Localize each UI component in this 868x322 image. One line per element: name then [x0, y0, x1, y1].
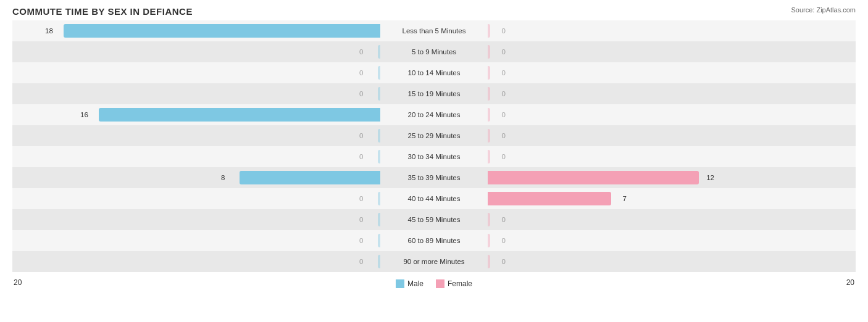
male-bar: 16	[99, 108, 380, 122]
female-bar: 12	[488, 171, 699, 184]
left-section: 0	[12, 83, 383, 104]
row-label: 25 to 29 Minutes	[383, 132, 485, 139]
male-bar: 0	[378, 255, 380, 268]
legend-male: Male	[396, 279, 424, 288]
left-section: 0	[12, 62, 383, 83]
male-value: 0	[359, 153, 363, 160]
female-value: 0	[502, 153, 506, 160]
female-bar: 7	[488, 192, 611, 205]
female-bar: 0	[488, 87, 490, 101]
male-value: 0	[359, 90, 363, 97]
right-section: 0	[485, 230, 856, 251]
legend-female: Female	[436, 279, 472, 288]
chart-row: 0 10 to 14 Minutes 0	[12, 62, 856, 83]
left-section: 0	[12, 41, 383, 62]
male-value: 0	[359, 237, 363, 244]
female-bar: 0	[488, 213, 490, 226]
female-bar: 0	[488, 129, 490, 142]
chart-row: 18 Less than 5 Minutes 0	[12, 20, 856, 41]
male-bar: 0	[378, 45, 380, 59]
axis-center: Male Female	[384, 277, 483, 288]
row-label: 20 to 24 Minutes	[383, 111, 485, 118]
right-section: 0	[485, 146, 856, 167]
male-bar: 0	[378, 234, 380, 247]
right-section: 0	[485, 251, 856, 272]
male-value: 0	[359, 48, 363, 56]
female-bar: 0	[488, 255, 490, 268]
left-section: 0	[12, 209, 383, 230]
male-value: 0	[359, 195, 363, 202]
right-section: 0	[485, 41, 856, 62]
female-bar: 0	[488, 234, 490, 247]
male-bar: 0	[378, 213, 380, 226]
row-label: 5 to 9 Minutes	[383, 48, 485, 56]
male-label: Male	[407, 279, 424, 288]
male-bar: 0	[378, 192, 380, 205]
female-value: 0	[502, 111, 506, 118]
male-bar: 0	[378, 87, 380, 101]
female-value: 0	[502, 90, 506, 97]
male-value: 0	[359, 258, 363, 265]
female-bar: 0	[488, 66, 490, 80]
female-value: 12	[706, 174, 714, 181]
female-value: 0	[502, 216, 506, 223]
male-value: 0	[359, 216, 363, 223]
axis-right: 20	[484, 278, 856, 287]
row-label: 60 to 89 Minutes	[383, 237, 485, 244]
left-section: 0	[12, 188, 383, 209]
right-section: 0	[485, 209, 856, 230]
row-label: 40 to 44 Minutes	[383, 195, 485, 202]
male-value: 0	[359, 69, 363, 76]
row-label: 35 to 39 Minutes	[383, 174, 485, 181]
female-value: 0	[502, 258, 506, 265]
chart-row: 8 35 to 39 Minutes 12	[12, 167, 856, 188]
right-section: 0	[485, 104, 856, 125]
right-section: 12	[485, 167, 856, 188]
male-bar: 0	[378, 66, 380, 80]
chart-row: 0 5 to 9 Minutes 0	[12, 41, 856, 62]
row-label: 15 to 19 Minutes	[383, 90, 485, 97]
female-value: 0	[502, 48, 506, 56]
left-section: 8	[12, 167, 383, 188]
female-value: 0	[502, 132, 506, 139]
chart-title: COMMUTE TIME BY SEX IN DEFIANCE	[12, 6, 856, 17]
left-section: 0	[12, 125, 383, 146]
right-section: 0	[485, 83, 856, 104]
chart-area: 18 Less than 5 Minutes 0 0 5 to 9 Minute…	[12, 20, 856, 275]
male-bar: 8	[240, 171, 380, 184]
female-bar: 0	[488, 24, 490, 38]
male-color-box	[396, 279, 404, 288]
row-label: 45 to 59 Minutes	[383, 216, 485, 223]
left-section: 0	[12, 230, 383, 251]
left-section: 0	[12, 251, 383, 272]
right-section: 0	[485, 20, 856, 41]
right-section: 7	[485, 188, 856, 209]
axis-left: 20	[12, 278, 384, 287]
right-section: 0	[485, 62, 856, 83]
chart-row: 0 90 or more Minutes 0	[12, 251, 856, 272]
female-bar: 0	[488, 45, 490, 59]
female-value: 0	[502, 27, 506, 35]
chart-row: 0 15 to 19 Minutes 0	[12, 83, 856, 104]
female-value: 7	[623, 195, 627, 202]
source-label: Source: ZipAtlas.com	[791, 6, 856, 14]
male-bar: 0	[378, 150, 380, 163]
chart-row: 0 30 to 34 Minutes 0	[12, 146, 856, 167]
female-color-box	[436, 279, 444, 288]
male-value: 8	[221, 174, 225, 181]
male-value: 16	[80, 111, 88, 118]
row-label: Less than 5 Minutes	[383, 27, 485, 35]
row-label: 10 to 14 Minutes	[383, 69, 485, 76]
chart-row: 0 40 to 44 Minutes 7	[12, 188, 856, 209]
left-section: 0	[12, 146, 383, 167]
male-value: 0	[359, 132, 363, 139]
chart-row: 0 25 to 29 Minutes 0	[12, 125, 856, 146]
legend: Male Female	[384, 279, 483, 288]
row-label: 90 or more Minutes	[383, 258, 485, 265]
chart-row: 16 20 to 24 Minutes 0	[12, 104, 856, 125]
chart-row: 0 60 to 89 Minutes 0	[12, 230, 856, 251]
male-bar: 0	[378, 129, 380, 142]
male-bar: 18	[64, 24, 380, 38]
female-value: 0	[502, 69, 506, 76]
row-label: 30 to 34 Minutes	[383, 153, 485, 160]
